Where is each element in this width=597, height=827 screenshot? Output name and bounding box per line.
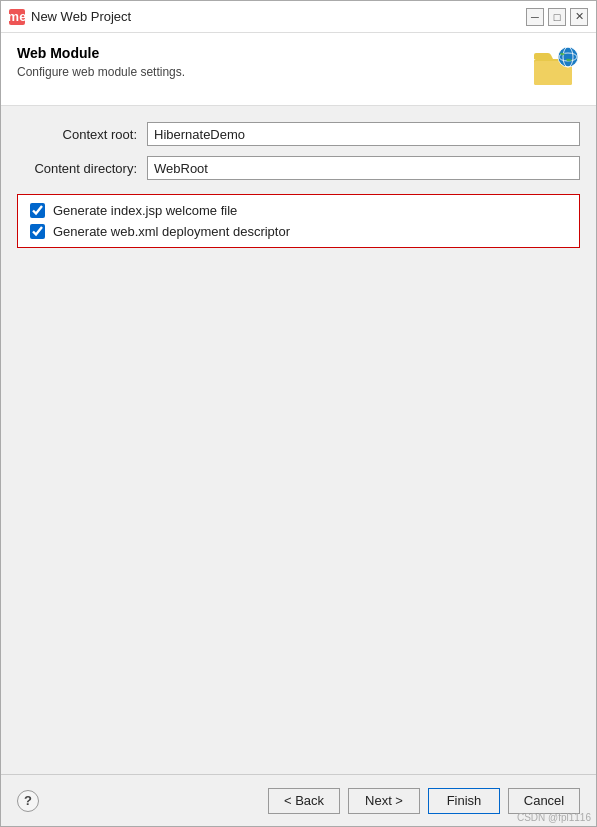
cancel-button[interactable]: Cancel bbox=[508, 788, 580, 814]
content-area: Context root: Content directory: Generat… bbox=[1, 106, 596, 774]
window-controls: ─ □ ✕ bbox=[526, 8, 588, 26]
watermark: CSDN @fpl1116 bbox=[517, 812, 591, 823]
help-button[interactable]: ? bbox=[17, 790, 39, 812]
back-button[interactable]: < Back bbox=[268, 788, 340, 814]
finish-button[interactable]: Finish bbox=[428, 788, 500, 814]
window-title: New Web Project bbox=[31, 9, 131, 24]
content-directory-label: Content directory: bbox=[17, 161, 137, 176]
generate-webxml-checkbox[interactable] bbox=[30, 224, 45, 239]
checkbox-section: Generate index.jsp welcome file Generate… bbox=[17, 194, 580, 248]
bottom-left: ? bbox=[17, 790, 39, 812]
minimize-button[interactable]: ─ bbox=[526, 8, 544, 26]
header-title: Web Module bbox=[17, 45, 185, 61]
generate-webxml-row: Generate web.xml deployment descriptor bbox=[30, 224, 567, 239]
next-button[interactable]: Next > bbox=[348, 788, 420, 814]
close-button[interactable]: ✕ bbox=[570, 8, 588, 26]
title-bar: me New Web Project ─ □ ✕ bbox=[1, 1, 596, 33]
restore-button[interactable]: □ bbox=[548, 8, 566, 26]
app-icon: me bbox=[9, 9, 25, 25]
generate-index-row: Generate index.jsp welcome file bbox=[30, 203, 567, 218]
folder-globe-icon bbox=[532, 45, 580, 93]
header-section: Web Module Configure web module settings… bbox=[1, 33, 596, 106]
context-root-input[interactable] bbox=[147, 122, 580, 146]
generate-webxml-label[interactable]: Generate web.xml deployment descriptor bbox=[53, 224, 290, 239]
generate-index-checkbox[interactable] bbox=[30, 203, 45, 218]
header-text: Web Module Configure web module settings… bbox=[17, 45, 185, 79]
content-directory-input[interactable] bbox=[147, 156, 580, 180]
bottom-bar: ? < Back Next > Finish Cancel bbox=[1, 774, 596, 826]
generate-index-label[interactable]: Generate index.jsp welcome file bbox=[53, 203, 237, 218]
bottom-right: < Back Next > Finish Cancel bbox=[268, 788, 580, 814]
content-directory-row: Content directory: bbox=[17, 156, 580, 180]
new-web-project-dialog: me New Web Project ─ □ ✕ Web Module Conf… bbox=[0, 0, 597, 827]
context-root-label: Context root: bbox=[17, 127, 137, 142]
title-bar-left: me New Web Project bbox=[9, 9, 131, 25]
context-root-row: Context root: bbox=[17, 122, 580, 146]
header-subtitle: Configure web module settings. bbox=[17, 65, 185, 79]
